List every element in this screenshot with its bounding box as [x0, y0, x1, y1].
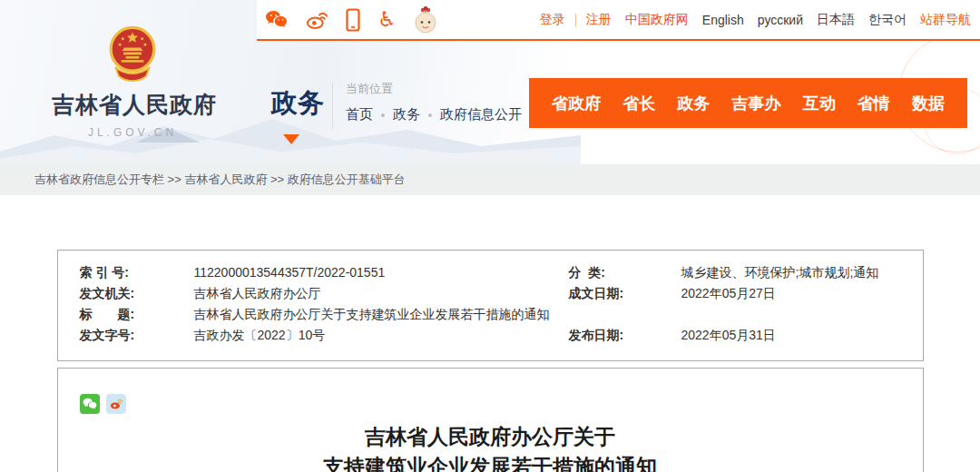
meta-value: 2022年05月31日: [681, 325, 923, 346]
mobile-icon[interactable]: [346, 8, 360, 32]
meta-row-document-number: 发文字号: 吉政办发〔2022〕10号: [58, 325, 564, 346]
meta-value: 吉林省人民政府办公厅关于支持建筑业企业发展若干措施的通知: [194, 304, 564, 325]
meta-row-title: 标 题: 吉林省人民政府办公厅关于支持建筑业企业发展若干措施的通知: [58, 304, 564, 325]
breadcrumb-zhengwu[interactable]: 政务: [393, 106, 420, 123]
meta-value: 吉政办发〔2022〕10号: [194, 325, 564, 346]
social-icons: ♿: [265, 5, 437, 34]
info-disclosure-breadcrumb[interactable]: 吉林省政府信息公开专栏 >> 吉林省人民政府 >> 政府信息公开基础平台: [0, 164, 980, 195]
document-title-line2: 支持建筑业企业发展若干措施的通知: [80, 451, 901, 472]
meta-row-category: 分 类: 城乡建设、环境保护;城市规划;通知: [564, 262, 923, 283]
lang-english-link[interactable]: English: [702, 13, 744, 27]
site-domain: JL.GOV.CN: [52, 126, 213, 139]
meta-value: 2022年05月27日: [681, 283, 923, 304]
site-name: 吉林省人民政府: [52, 90, 213, 120]
meta-label: 发布日期:: [564, 325, 681, 346]
section-zhengwu[interactable]: 政务: [271, 85, 324, 122]
meta-label: 分 类:: [564, 262, 681, 283]
login-link[interactable]: 登录: [540, 12, 565, 28]
page-header: ♿ 登录 注册 中国政府网 English русский: [0, 0, 980, 164]
meta-value: 1122000013544357T/2022-01551: [194, 262, 564, 283]
meta-row-date-written: 成文日期: 2022年05月27日: [564, 283, 923, 304]
meta-value: 城乡建设、环境保护;城市规划;通知: [681, 262, 923, 283]
lang-russian-link[interactable]: русский: [758, 13, 803, 27]
weibo-share-icon[interactable]: [106, 394, 126, 414]
nav-zhengwu[interactable]: 政务: [677, 93, 710, 114]
meta-value: 吉林省人民政府办公厅: [194, 283, 564, 304]
location-block: 当前位置 首页 政务 政府信息公开: [346, 81, 522, 123]
breadcrumb-home[interactable]: 首页: [346, 106, 373, 123]
document-content: 吉林省人民政府办公厅关于 支持建筑业企业发展若干措施的通知: [57, 368, 924, 472]
top-utility-bar: ♿ 登录 注册 中国政府网 English русский: [257, 0, 980, 41]
mascot-icon[interactable]: [414, 5, 437, 34]
meta-label: 发文字号:: [58, 325, 194, 346]
accessibility-icon[interactable]: ♿: [377, 9, 397, 30]
meta-label: 成文日期:: [564, 283, 681, 304]
wechat-icon[interactable]: [265, 10, 288, 29]
meta-row-spacer: [564, 304, 923, 325]
share-buttons: [80, 394, 923, 414]
nav-interaction[interactable]: 互动: [803, 93, 836, 114]
metadata-right-column: 分 类: 城乡建设、环境保护;城市规划;通知 成文日期: 2022年05月27日…: [564, 262, 923, 346]
document-title: 吉林省人民政府办公厅关于 支持建筑业企业发展若干措施的通知: [80, 421, 901, 472]
nav-data[interactable]: 数据: [912, 93, 945, 114]
gov-cn-link[interactable]: 中国政府网: [625, 12, 689, 28]
document-title-line1: 吉林省人民政府办公厅关于: [80, 421, 901, 451]
nav-jishiban[interactable]: 吉事办: [731, 93, 780, 114]
wechat-share-icon[interactable]: [80, 394, 100, 414]
register-link[interactable]: 注册: [586, 12, 612, 28]
meta-row-index-number: 索 引 号: 1122000013544357T/2022-01551: [58, 262, 564, 283]
document-metadata-table: 索 引 号: 1122000013544357T/2022-01551 发文机关…: [57, 250, 924, 361]
lang-korean-link[interactable]: 한국어: [868, 12, 906, 28]
caret-down-icon: [283, 134, 299, 144]
nav-provincial-gov[interactable]: 省政府: [552, 93, 601, 114]
metadata-left-column: 索 引 号: 1122000013544357T/2022-01551 发文机关…: [58, 262, 564, 346]
meta-label: 索 引 号:: [58, 262, 194, 283]
dot-separator: [381, 113, 385, 117]
lang-japanese-link[interactable]: 日本語: [817, 12, 855, 28]
location-breadcrumb: 首页 政务 政府信息公开: [346, 106, 522, 123]
divider: [575, 14, 576, 26]
breadcrumb-info-disclosure[interactable]: 政府信息公开: [440, 106, 522, 123]
meta-row-date-published: 发布日期: 2022年05月31日: [564, 325, 923, 346]
vertical-divider: [332, 82, 333, 129]
meta-row-issuing-agency: 发文机关: 吉林省人民政府办公厅: [58, 283, 564, 304]
dot-separator: [428, 113, 432, 117]
meta-label: 标 题:: [58, 304, 194, 325]
site-group-nav-link[interactable]: 站群导航: [920, 12, 971, 28]
meta-label: 发文机关:: [58, 283, 194, 304]
main-navigation: 省政府 省长 政务 吉事办 互动 省情 数据: [529, 78, 967, 128]
location-label: 当前位置: [346, 81, 522, 97]
weibo-icon[interactable]: [305, 10, 328, 30]
utility-links: 登录 注册 中国政府网 English русский 日本語 한국어 站群导航: [540, 12, 971, 28]
site-logo[interactable]: 吉林省人民政府 JL.GOV.CN: [52, 25, 213, 139]
nav-province-profile[interactable]: 省情: [858, 93, 890, 114]
national-emblem-icon: [106, 25, 159, 84]
nav-governor[interactable]: 省长: [622, 93, 655, 114]
